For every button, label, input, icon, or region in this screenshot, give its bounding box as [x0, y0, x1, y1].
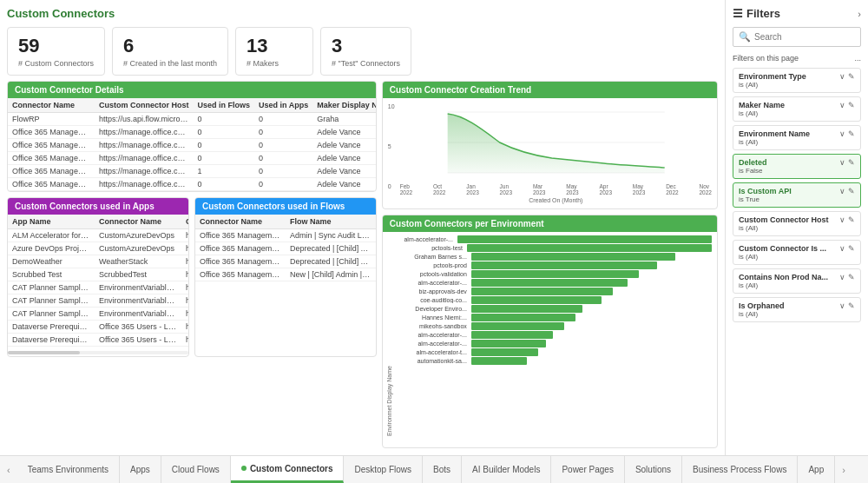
table-row: DemoWeatherWeatherStackhtt: [8, 255, 188, 268]
trend-chart-area: Feb2022 Oct2022 Jan2023 Jun2023 Mar2023 …: [400, 103, 712, 203]
tabs-container: Teams EnvironmentsAppsCloud FlowsCustom …: [17, 456, 836, 483]
tab-label: Custom Connectors: [250, 464, 333, 473]
tab-item-solutions[interactable]: Solutions: [625, 456, 682, 483]
table-row: Dataverse Prerequisite ValidationOffice …: [8, 321, 188, 334]
kpi-card-2: 13 # Makers: [235, 27, 313, 76]
filter-value: is False: [739, 167, 855, 175]
filter-item[interactable]: Is Orphaned∨✎is (All): [733, 297, 861, 322]
tab-item-bots[interactable]: Bots: [423, 456, 462, 483]
filter-expand-icon[interactable]: ∨: [839, 129, 845, 138]
filter-name: Contains Non Prod Na...: [739, 273, 828, 281]
col-flows: Used in Flows: [194, 98, 255, 113]
creation-trend-section: Custom Connector Creation Trend 10 5 0: [382, 81, 718, 209]
flows-table: Connector Name Flow Name Office 365 Mana…: [195, 215, 376, 281]
filter-edit-icon[interactable]: ✎: [848, 187, 855, 195]
tab-item-ai-builder-models[interactable]: AI Builder Models: [462, 456, 551, 483]
bar-row: alm-accelerator-...: [396, 279, 712, 287]
connector-details-table: Connector Name Custom Connector Host Use…: [8, 98, 376, 191]
search-box[interactable]: 🔍: [733, 27, 861, 47]
flows-header: Custom Connectors used in Flows: [195, 198, 376, 215]
creation-trend-body: 10 5 0: [383, 98, 717, 208]
kpi-label-3: # "Test" Connectors: [332, 59, 400, 68]
kpi-label-1: # Created in the last month: [123, 59, 217, 68]
per-env-y-title: Environmet Display Name: [383, 235, 396, 440]
bar-fill: [471, 270, 639, 278]
tab-label: Apps: [130, 465, 150, 474]
filter-expand-icon[interactable]: ∨: [839, 187, 845, 195]
bar-row: automationkit-sa...: [396, 357, 712, 365]
tab-item-cloud-flows[interactable]: Cloud Flows: [161, 456, 231, 483]
kpi-label-0: # Custom Connectors: [18, 59, 94, 68]
tab-item-desktop-flows[interactable]: Desktop Flows: [344, 456, 423, 483]
filter-value: is (All): [739, 281, 855, 289]
filters-title-row: ☰ Filters ›: [733, 7, 861, 20]
bar-row: alm-accelerator-...: [396, 340, 712, 347]
tab-item-apps[interactable]: Apps: [120, 456, 161, 483]
bar-fill: [471, 322, 564, 330]
filter-item[interactable]: Deleted∨✎is False: [733, 154, 861, 179]
filter-value: is (All): [739, 253, 855, 261]
bar-fill: [471, 348, 538, 356]
filter-item[interactable]: Custom Connector Is ...∨✎is (All): [733, 240, 861, 265]
filter-item[interactable]: Maker Name∨✎is (All): [733, 96, 861, 122]
filter-expand-icon[interactable]: ∨: [839, 301, 845, 310]
filter-edit-icon[interactable]: ✎: [848, 301, 855, 310]
page-title: Custom Connectors: [7, 7, 718, 20]
tab-item-teams-environments[interactable]: Teams Environments: [17, 456, 120, 483]
col-maker: Maker Display Name: [312, 98, 376, 113]
bar-row: biz-approvals-dev: [396, 288, 712, 295]
filter-edit-icon[interactable]: ✎: [848, 129, 855, 138]
filter-name: Maker Name: [739, 101, 785, 109]
filter-edit-icon[interactable]: ✎: [848, 215, 855, 224]
kpi-label-2: # Makers: [247, 59, 302, 68]
tab-nav-right[interactable]: ›: [835, 456, 852, 483]
filters-expand-icon[interactable]: ›: [858, 9, 861, 19]
filter-edit-icon[interactable]: ✎: [848, 244, 855, 253]
middle-row: Custom Connector Details Connector Name …: [7, 81, 718, 448]
trend-svg: [400, 103, 712, 182]
tab-item-app[interactable]: App: [798, 456, 835, 483]
table-row: CAT Planner Sample AppEnvironmentVariabl…: [8, 281, 188, 294]
filter-item[interactable]: Environment Type∨✎is (All): [733, 68, 861, 93]
filter-edit-icon[interactable]: ✎: [848, 273, 855, 281]
filter-expand-icon[interactable]: ∨: [839, 158, 845, 167]
filter-edit-icon[interactable]: ✎: [848, 158, 855, 167]
per-env-header: Custom Connectors per Environment: [383, 215, 717, 232]
tab-label: Bots: [433, 465, 450, 474]
main-content: Custom Connectors 59 # Custom Connectors…: [0, 0, 725, 455]
tab-item-custom-connectors[interactable]: Custom Connectors: [231, 456, 345, 483]
search-input[interactable]: [754, 32, 865, 42]
bar-row: Graham Barnes s...: [396, 253, 712, 261]
filters-sidebar: ☰ Filters › 🔍 Filters on this page ... E…: [725, 0, 868, 455]
filter-item[interactable]: Contains Non Prod Na...∨✎is (All): [733, 268, 861, 294]
filter-edit-icon[interactable]: ✎: [848, 101, 855, 109]
table-row: CAT Planner Sample AppEnvironmentVariabl…: [8, 308, 188, 321]
filter-item[interactable]: Environment Name∨✎is (All): [733, 125, 861, 150]
filter-item[interactable]: Custom Connector Host∨✎is (All): [733, 211, 861, 236]
bar-fill: [471, 305, 583, 313]
filter-items-container: Environment Type∨✎is (All)Maker Name∨✎is…: [733, 68, 861, 326]
filter-expand-icon[interactable]: ∨: [839, 101, 845, 109]
filter-edit-icon[interactable]: ✎: [848, 72, 855, 81]
bar-chart-rows: alm-accelerator-...pctools-testGraham Ba…: [396, 235, 712, 440]
apps-table-section: Custom Connectors used in Apps App Name …: [7, 197, 189, 357]
col-connector-name-apps: Connector Name: [95, 215, 181, 229]
bar-fill: [467, 244, 712, 252]
search-icon: 🔍: [739, 31, 751, 43]
filter-expand-icon[interactable]: ∨: [839, 273, 845, 281]
filter-name: Environment Type: [739, 72, 806, 81]
tab-item-power-pages[interactable]: Power Pages: [551, 456, 624, 483]
tab-nav-left[interactable]: ‹: [0, 456, 17, 483]
tab-label: AI Builder Models: [472, 465, 540, 474]
table-row: Office 365 Management APIhttps://manage.…: [8, 126, 376, 139]
tab-label: Desktop Flows: [354, 465, 411, 474]
tab-item-business-process-flows[interactable]: Business Process Flows: [682, 456, 798, 483]
col-cu: Cu: [181, 215, 188, 229]
filter-expand-icon[interactable]: ∨: [839, 215, 845, 224]
bar-row: alm-accelerator-...: [396, 331, 712, 339]
filter-item[interactable]: Is Custom API∨✎is True: [733, 182, 861, 208]
filter-name: Is Orphaned: [739, 301, 785, 310]
table-row: FlowRPhttps://us.api.flow.microsoft.c om…: [8, 113, 376, 126]
filter-expand-icon[interactable]: ∨: [839, 72, 845, 81]
filter-expand-icon[interactable]: ∨: [839, 244, 845, 253]
